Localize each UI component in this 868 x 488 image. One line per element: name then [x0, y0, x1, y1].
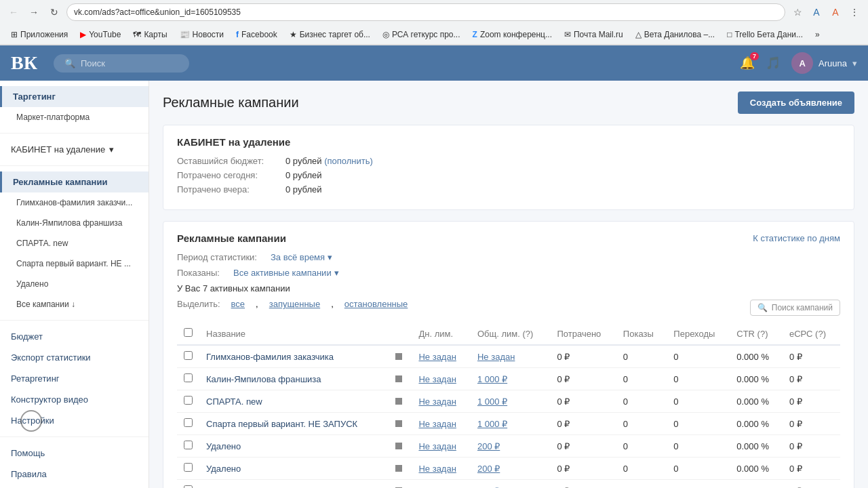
sidebar-item-glim[interactable]: Глимханов-фамилия заказчи... — [0, 192, 149, 213]
sidebar-item-news[interactable]: Новости — [0, 485, 149, 488]
total-lim-cell[interactable]: 1 000 ₽ — [471, 413, 550, 435]
username: Aruuna — [818, 58, 847, 68]
sidebar-item-all[interactable]: Все кампании ↓ — [0, 294, 149, 314]
daily-lim-cell[interactable]: Не задан — [412, 458, 471, 480]
sidebar-item-help[interactable]: Помощь — [0, 443, 149, 464]
daily-lim-cell[interactable]: Не задан — [412, 368, 471, 390]
sidebar-item-sparta-new[interactable]: СПАРТА. new — [0, 233, 149, 253]
sidebar-item-market[interactable]: Маркет-платформа — [0, 107, 149, 127]
shown-dropdown[interactable]: Все активные кампании ▾ — [233, 268, 339, 278]
address-bar[interactable]: vk.com/ads?act=office&union_id=160510953… — [66, 3, 785, 21]
col-spent: Потрачено — [550, 323, 616, 345]
daily-lim-cell[interactable]: Не задан — [412, 345, 471, 368]
browser-actions: ☆ A A ⋮ — [789, 4, 863, 20]
search-campaigns[interactable]: 🔍 Поиск кампаний — [750, 300, 840, 316]
menu-button[interactable]: ⋮ — [846, 4, 863, 20]
back-button[interactable]: ← — [5, 4, 22, 20]
bookmark-zoom[interactable]: Z Zoom конференц... — [467, 28, 557, 41]
daily-lim-cell[interactable]: Не задан — [412, 413, 471, 435]
campaign-name-link[interactable]: Удалено — [206, 441, 241, 451]
bookmark-more[interactable]: » — [810, 28, 825, 41]
select-all-link[interactable]: все — [231, 299, 245, 309]
bookmark-rca[interactable]: ◎ РСА геткурс про... — [377, 28, 466, 41]
campaigns-table: Название Дн. лим. Общ. лим. (?) Потрачен… — [177, 323, 840, 488]
vk-logo[interactable]: ВК — [11, 52, 37, 74]
campaign-name-link[interactable]: Калин-Ямпилова франшиза — [206, 374, 321, 384]
music-icon[interactable]: 🎵 — [766, 56, 781, 70]
bookmark-biznes[interactable]: ★ Бизнес таргет об... — [284, 28, 376, 41]
avatar: A — [791, 52, 813, 74]
search-icon: 🔍 — [757, 303, 768, 312]
total-lim-cell[interactable]: 1 000 ₽ — [471, 368, 550, 390]
replenish-link[interactable]: (пополнить) — [324, 156, 373, 166]
total-lim-cell[interactable]: 200 ₽ — [471, 435, 550, 458]
bookmark-trello[interactable]: □ Trello Бета Дани... — [722, 28, 808, 41]
ecpc-cell: 0 ₽ — [783, 413, 840, 435]
today-value: 0 рублей — [285, 170, 322, 180]
cabinet-dropdown[interactable]: КАБИНЕТ на удаление ▾ — [0, 139, 149, 160]
bookmark-news[interactable]: 📰 Новости — [174, 28, 229, 41]
news-icon: 📰 — [180, 30, 190, 39]
daily-lim-cell[interactable]: Не задан — [412, 480, 471, 489]
sidebar-item-export[interactable]: Экспорт статистики — [0, 347, 149, 368]
stats-link[interactable]: К статистике по дням — [753, 233, 840, 243]
user-area[interactable]: A Aruuna ▾ — [791, 52, 857, 74]
daily-lim-cell[interactable]: Не задан — [412, 390, 471, 413]
campaigns-table-container: Название Дн. лим. Общ. лим. (?) Потрачен… — [177, 323, 840, 488]
bookmark-apps[interactable]: ⊞ Приложения — [5, 28, 73, 41]
select-all-checkbox[interactable] — [184, 328, 193, 337]
campaign-name-link[interactable]: Глимханов-фамилия заказчика — [206, 352, 334, 362]
row-checkbox-6[interactable] — [184, 485, 193, 488]
sidebar-item-campaigns[interactable]: Рекламные кампании — [0, 171, 149, 192]
row-checkbox-3[interactable] — [184, 418, 193, 427]
campaign-name-link[interactable]: СПАРТА. new — [206, 396, 262, 407]
campaign-name-link[interactable]: Спарта первый вариант. НЕ ЗАПУСК — [206, 419, 357, 429]
sidebar-item-targeting[interactable]: Таргетинг — [0, 86, 149, 107]
profile-button[interactable]: A — [827, 4, 844, 20]
row-checkbox-1[interactable] — [184, 373, 193, 382]
daily-lim-cell[interactable]: Не задан — [412, 435, 471, 458]
row-checkbox-5[interactable] — [184, 463, 193, 472]
sidebar-item-budget[interactable]: Бюджет — [0, 326, 149, 347]
bookmark-veta[interactable]: △ Вета Данилова –... — [630, 28, 721, 41]
sidebar-item-kalin[interactable]: Калин-Ямпилова франшиза — [0, 213, 149, 233]
clicks-cell: 0 — [667, 368, 730, 390]
period-label: Период статистики: — [177, 252, 257, 262]
notifications-icon[interactable]: 🔔 7 — [740, 56, 755, 70]
bookmark-mail[interactable]: ✉ Почта Mail.ru — [559, 28, 629, 41]
campaign-name-link[interactable]: Удалено — [206, 486, 241, 489]
sidebar-item-video-constructor[interactable]: Конструктор видео — [0, 389, 149, 410]
sidebar-item-retargeting[interactable]: Ретаргетинг — [0, 368, 149, 389]
dropdown-icon: ▾ — [109, 144, 114, 155]
create-ad-button[interactable]: Создать объявление — [738, 92, 854, 114]
browser-toolbar: ← → ↻ vk.com/ads?act=office&union_id=160… — [0, 0, 868, 24]
bookmark-maps[interactable]: 🗺 Карты — [127, 28, 172, 41]
total-lim-cell[interactable]: Не задан — [471, 345, 550, 368]
sidebar-item-sparta-first[interactable]: Спарта первый вариант. НЕ ... — [0, 253, 149, 274]
total-lim-cell[interactable]: 1 000 ₽ — [471, 390, 550, 413]
campaign-name-link[interactable]: Удалено — [206, 464, 241, 474]
period-dropdown[interactable]: За всё время ▾ — [271, 252, 332, 262]
shows-cell: 0 — [616, 345, 667, 368]
select-stopped-link[interactable]: остановленные — [344, 299, 408, 309]
forward-button[interactable]: → — [26, 4, 42, 20]
refresh-button[interactable]: ↻ — [46, 4, 62, 20]
sidebar-item-settings[interactable]: Настройки — [0, 410, 149, 431]
bookmark-youtube[interactable]: ▶ YouTube — [75, 28, 126, 41]
sidebar-item-rules[interactable]: Правила — [0, 464, 149, 485]
cabinet-row-remaining: Оставшийся бюджет: 0 рублей (пополнить) — [177, 156, 840, 166]
bookmark-button[interactable]: ☆ — [789, 4, 806, 20]
row-checkbox-4[interactable] — [184, 441, 193, 449]
total-lim-cell[interactable]: 200 ₽ — [471, 480, 550, 489]
row-checkbox-0[interactable] — [184, 351, 193, 360]
bookmark-facebook[interactable]: f Facebook — [231, 28, 283, 41]
table-row: СПАРТА. new Не задан 1 000 ₽ 0 ₽ 0 0 0.0… — [177, 390, 840, 413]
total-lim-cell[interactable]: 200 ₽ — [471, 458, 550, 480]
table-row: Удалено Не задан 200 ₽ 0 ₽ 0 0 0.000 % 0… — [177, 435, 840, 458]
select-running-link[interactable]: запущенные — [269, 299, 320, 309]
extensions-button[interactable]: A — [808, 4, 825, 20]
row-checkbox-2[interactable] — [184, 396, 193, 405]
vk-search-bar[interactable]: 🔍 Поиск — [54, 54, 189, 73]
sidebar-item-deleted[interactable]: Удалено — [0, 274, 149, 294]
cabinet-info-section: КАБИНЕТ на удаление Оставшийся бюджет: 0… — [163, 125, 854, 210]
